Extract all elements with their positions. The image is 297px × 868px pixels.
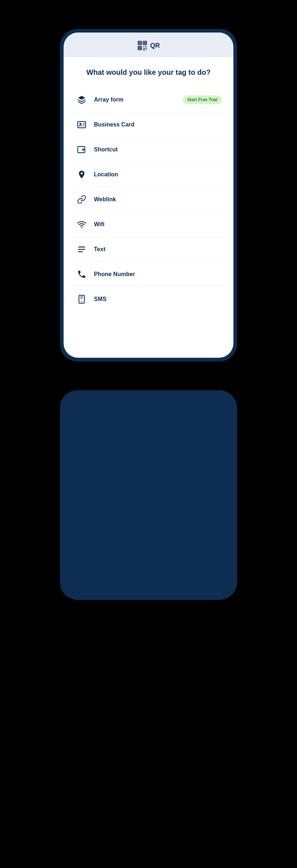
menu-item-business-card[interactable]: Business Card — [72, 112, 225, 137]
phone-device: QR What would you like your tag to do? A… — [60, 29, 237, 361]
menu-item-array-form[interactable]: Array form Start Free Trial — [72, 87, 225, 112]
business-card-label: Business Card — [94, 121, 222, 128]
svg-point-12 — [79, 123, 81, 125]
shortcut-label: Shortcut — [94, 146, 222, 153]
menu-item-weblink[interactable]: Weblink — [72, 187, 225, 212]
svg-rect-11 — [78, 121, 86, 128]
menu-item-phone-number[interactable]: Phone Number — [72, 262, 225, 287]
svg-rect-20 — [80, 298, 83, 298]
svg-rect-5 — [139, 47, 141, 49]
location-label: Location — [94, 171, 222, 178]
menu-item-sms[interactable]: SMS — [72, 287, 225, 311]
page-title: What would you like your tag to do? — [72, 67, 225, 77]
menu-item-wifi[interactable]: Wifi — [72, 212, 225, 237]
svg-rect-8 — [143, 48, 145, 49]
phone-screen: QR What would you like your tag to do? A… — [64, 33, 233, 358]
svg-rect-7 — [145, 46, 147, 47]
app-title: QR — [150, 42, 160, 50]
wifi-icon — [75, 218, 88, 231]
weblink-label: Weblink — [94, 196, 222, 203]
top-bar: QR — [64, 33, 233, 57]
svg-point-16 — [81, 172, 82, 174]
menu-item-location[interactable]: Location — [72, 162, 225, 187]
weblink-icon — [75, 193, 88, 206]
menu-item-text[interactable]: Text — [72, 237, 225, 262]
phone-number-label: Phone Number — [94, 271, 222, 278]
text-icon — [75, 243, 88, 256]
svg-rect-9 — [146, 48, 146, 50]
svg-point-21 — [81, 301, 82, 302]
sms-icon — [75, 293, 88, 306]
svg-rect-3 — [144, 42, 146, 44]
array-form-label: Array form — [94, 96, 183, 103]
trial-badge[interactable]: Start Free Trial — [183, 95, 222, 104]
svg-rect-19 — [80, 296, 83, 297]
array-icon — [75, 93, 88, 106]
location-icon — [75, 168, 88, 181]
shortcut-icon — [75, 143, 88, 156]
wifi-label: Wifi — [94, 221, 222, 228]
svg-rect-1 — [139, 42, 141, 44]
qr-code-icon — [137, 40, 147, 51]
second-phone-device — [60, 390, 237, 600]
svg-rect-10 — [143, 50, 145, 51]
svg-rect-6 — [143, 46, 144, 47]
text-label: Text — [94, 246, 222, 253]
phone-icon — [75, 268, 88, 281]
menu-item-shortcut[interactable]: Shortcut — [72, 137, 225, 162]
menu-list: Array form Start Free Trial B — [72, 87, 225, 311]
content-area: What would you like your tag to do? Arra… — [64, 57, 233, 325]
business-card-icon — [75, 118, 88, 131]
svg-point-17 — [81, 227, 82, 228]
sms-label: SMS — [94, 296, 222, 302]
